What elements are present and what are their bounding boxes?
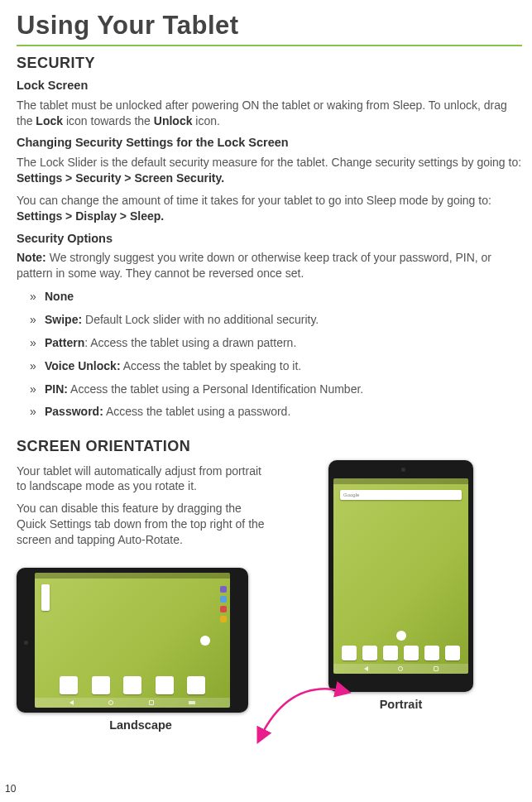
widget-icon: [220, 596, 227, 603]
opt-label: Pattern: [45, 336, 84, 349]
app-icon: [362, 646, 377, 660]
app-dock: [342, 646, 460, 660]
landscape-caption: Landscape: [17, 718, 265, 734]
note-text: We strongly suggest you write down or ot…: [17, 251, 491, 280]
text: icon towards the: [63, 114, 154, 127]
tablet-screen: [333, 478, 468, 674]
page-number: 10: [5, 782, 16, 795]
google-search-widget: [41, 584, 50, 611]
side-widgets: [220, 586, 227, 622]
security-options-list: None Swipe: Default Lock slider with no …: [17, 289, 522, 420]
app-icon: [383, 646, 398, 660]
list-item: Password: Access the tablet using a pass…: [45, 404, 522, 420]
opt-desc: Access the tablet using a password.: [103, 405, 290, 418]
text: You can change the amount of time it tak…: [17, 194, 491, 207]
portrait-caption: Portrait: [380, 697, 423, 713]
app-icon: [424, 646, 439, 660]
screen-orientation-heading: SCREEN ORIENTATION: [17, 436, 522, 456]
opt-label: PIN:: [45, 382, 68, 396]
camera-dot-icon: [24, 641, 28, 645]
apps-button-icon: [396, 631, 406, 641]
app-icon: [445, 646, 460, 660]
nav-bar: [35, 698, 230, 708]
recents-icon: [434, 666, 439, 671]
list-item: Pattern: Access the tablet using a drawn…: [45, 335, 522, 351]
rotate-arrow-icon: [248, 670, 356, 753]
sleep-path: Settings > Display > Sleep.: [17, 209, 164, 223]
tablet-portrait-image: [328, 460, 473, 692]
app-icon: [156, 676, 174, 694]
widget-icon: [220, 586, 227, 593]
app-icon: [60, 676, 78, 694]
app-icon: [342, 646, 357, 660]
list-item: PIN: Access the tablet using a Personal …: [45, 382, 522, 397]
home-icon: [398, 666, 403, 671]
opt-desc: Access the tablet using a Personal Ident…: [68, 382, 363, 396]
app-icon: [123, 676, 141, 694]
text: The Lock Slider is the default security …: [17, 156, 521, 169]
volume-icon: [189, 701, 195, 704]
status-bar: [35, 573, 230, 579]
opt-desc: : Access the tablet using a drawn patter…: [84, 336, 296, 349]
lock-screen-body: The tablet must be unlocked after poweri…: [17, 98, 522, 129]
sleep-body: You can change the amount of time it tak…: [17, 193, 522, 224]
recents-icon: [149, 700, 154, 705]
orientation-p2: You can disable this feature by dragging…: [17, 501, 265, 548]
opt-label: None: [45, 290, 74, 303]
list-item: Swipe: Default Lock slider with no addit…: [45, 312, 522, 328]
settings-path: Settings > Security > Screen Security.: [17, 171, 224, 185]
home-icon: [108, 700, 113, 705]
list-item: Voice Unlock: Access the tablet by speak…: [45, 358, 522, 374]
opt-label: Password:: [45, 405, 103, 418]
changing-body: The Lock Slider is the default security …: [17, 155, 522, 186]
note-bold: Note:: [17, 251, 46, 264]
tablet-landscape-image: [17, 568, 248, 713]
security-note: Note: We strongly suggest you write down…: [17, 250, 522, 281]
app-icon: [92, 676, 110, 694]
security-heading: SECURITY: [17, 53, 522, 73]
opt-label: Voice Unlock:: [45, 359, 121, 372]
app-icon: [404, 646, 419, 660]
changing-heading: Changing Security Settings for the Lock …: [17, 135, 522, 151]
page-title: Using Your Tablet: [17, 0, 522, 46]
security-options-heading: Security Options: [17, 231, 522, 247]
status-bar: [333, 478, 468, 484]
google-search-widget: [340, 490, 462, 500]
widget-icon: [220, 606, 227, 612]
camera-dot-icon: [401, 468, 405, 472]
opt-desc: Default Lock slider with no additional s…: [82, 313, 319, 326]
opt-desc: Access the tablet by speaking to it.: [121, 359, 302, 372]
widget-icon: [220, 616, 227, 622]
orientation-p1: Your tablet will automatically adjust fr…: [17, 463, 265, 495]
app-icon: [187, 676, 205, 694]
back-icon: [69, 700, 74, 705]
opt-label: Swipe:: [45, 313, 82, 326]
apps-button-icon: [200, 636, 210, 646]
app-dock: [60, 676, 205, 694]
lock-screen-heading: Lock Screen: [17, 78, 522, 94]
text: icon.: [192, 114, 219, 127]
unlock-bold: Unlock: [154, 114, 193, 127]
back-icon: [364, 666, 368, 671]
tablet-screen: [35, 573, 230, 708]
lock-bold: Lock: [36, 114, 63, 127]
list-item: None: [45, 289, 522, 305]
